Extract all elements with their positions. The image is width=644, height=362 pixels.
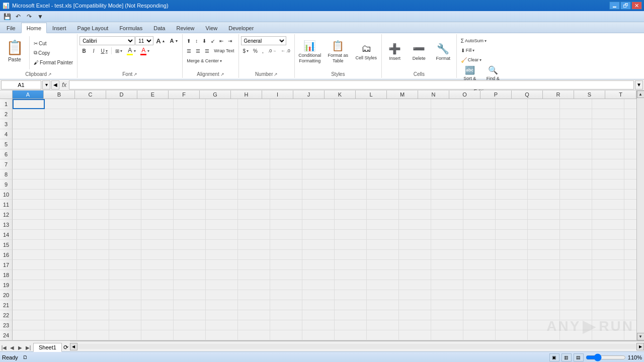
cell[interactable]	[109, 159, 141, 169]
increase-decimal-button[interactable]: .0→	[266, 46, 279, 55]
cell[interactable]	[302, 149, 335, 159]
formula-bar-dropdown[interactable]: ▾	[42, 80, 50, 89]
cell[interactable]	[624, 139, 636, 149]
comma-button[interactable]: ,	[260, 46, 266, 55]
clipboard-expand[interactable]: ↗	[48, 72, 52, 77]
cell[interactable]	[270, 290, 302, 300]
tab-home[interactable]: Home	[21, 23, 47, 33]
cell[interactable]	[335, 129, 367, 139]
cell[interactable]	[77, 169, 109, 179]
cell[interactable]	[141, 270, 174, 280]
tab-file[interactable]: File	[1, 23, 21, 33]
align-middle-button[interactable]: ↕	[193, 36, 200, 45]
cell[interactable]	[463, 159, 496, 169]
cell[interactable]	[109, 310, 141, 320]
cell[interactable]	[238, 139, 270, 149]
cell[interactable]	[206, 310, 238, 320]
align-center-button[interactable]: ☰	[194, 46, 202, 55]
cell[interactable]	[463, 330, 496, 340]
close-button[interactable]: ✕	[631, 2, 642, 10]
row-number[interactable]: 24	[0, 330, 13, 340]
cell[interactable]	[270, 200, 302, 210]
undo-quick-button[interactable]: ↶	[13, 12, 23, 21]
cell[interactable]	[13, 139, 45, 149]
cell[interactable]	[528, 240, 560, 250]
cell[interactable]	[463, 220, 496, 230]
cell[interactable]	[335, 169, 367, 179]
cell[interactable]	[399, 190, 431, 200]
cell[interactable]	[141, 290, 174, 300]
cell[interactable]	[367, 179, 399, 190]
align-left-button[interactable]: ☰	[185, 46, 193, 55]
cell[interactable]	[528, 320, 560, 330]
cell[interactable]	[206, 240, 238, 250]
cell[interactable]	[141, 230, 174, 240]
cell[interactable]	[45, 99, 77, 109]
zoom-slider[interactable]	[586, 355, 626, 360]
cell[interactable]	[174, 310, 206, 320]
cell[interactable]	[528, 129, 560, 139]
cell[interactable]	[302, 280, 335, 290]
scroll-track[interactable]	[637, 98, 644, 333]
cell[interactable]	[45, 109, 77, 119]
cell[interactable]	[431, 169, 463, 179]
cell[interactable]	[528, 290, 560, 300]
cell[interactable]	[302, 250, 335, 260]
cell[interactable]	[109, 109, 141, 119]
cell[interactable]	[528, 270, 560, 280]
cell[interactable]	[431, 240, 463, 250]
cell[interactable]	[109, 99, 141, 109]
cell[interactable]	[77, 109, 109, 119]
cell[interactable]	[496, 330, 528, 340]
cell[interactable]	[13, 159, 45, 169]
cell[interactable]	[335, 290, 367, 300]
scroll-up-button[interactable]: ▲	[637, 90, 645, 98]
cell[interactable]	[335, 210, 367, 220]
cell[interactable]	[206, 200, 238, 210]
cell[interactable]	[624, 210, 636, 220]
tab-review[interactable]: Review	[171, 23, 200, 33]
cell[interactable]	[431, 109, 463, 119]
cell[interactable]	[592, 149, 624, 159]
cell[interactable]	[592, 190, 624, 200]
cell[interactable]	[367, 240, 399, 250]
cell[interactable]	[45, 300, 77, 310]
cell[interactable]	[13, 200, 45, 210]
cell[interactable]	[109, 200, 141, 210]
format-painter-button[interactable]: 🖌 Format Painter	[32, 58, 75, 67]
italic-button[interactable]: I	[89, 46, 98, 55]
row-number[interactable]: 14	[0, 230, 13, 240]
cell[interactable]	[141, 300, 174, 310]
cell[interactable]	[174, 280, 206, 290]
cell[interactable]	[13, 290, 45, 300]
cell[interactable]	[528, 190, 560, 200]
cell[interactable]	[335, 179, 367, 190]
cell[interactable]	[141, 139, 174, 149]
row-number[interactable]: 11	[0, 200, 13, 210]
cell[interactable]	[174, 159, 206, 169]
cell[interactable]	[45, 159, 77, 169]
cell[interactable]	[367, 210, 399, 220]
cell[interactable]	[560, 149, 592, 159]
cell[interactable]	[109, 260, 141, 270]
cell[interactable]	[463, 119, 496, 129]
sheet-nav-first[interactable]: |◀	[0, 343, 8, 351]
row-number[interactable]: 23	[0, 320, 13, 330]
cell[interactable]	[624, 300, 636, 310]
cell[interactable]	[13, 149, 45, 159]
cell[interactable]	[206, 99, 238, 109]
cell[interactable]	[302, 210, 335, 220]
cell[interactable]	[399, 210, 431, 220]
underline-button[interactable]: U ▾	[99, 46, 110, 55]
cell[interactable]	[13, 330, 45, 340]
cell[interactable]	[302, 99, 335, 109]
cell[interactable]	[463, 240, 496, 250]
cell[interactable]	[431, 300, 463, 310]
cell[interactable]	[141, 280, 174, 290]
cell[interactable]	[399, 250, 431, 260]
cell[interactable]	[270, 230, 302, 240]
cell[interactable]	[399, 220, 431, 230]
cell[interactable]	[399, 139, 431, 149]
cell[interactable]	[560, 169, 592, 179]
cell[interactable]	[109, 210, 141, 220]
